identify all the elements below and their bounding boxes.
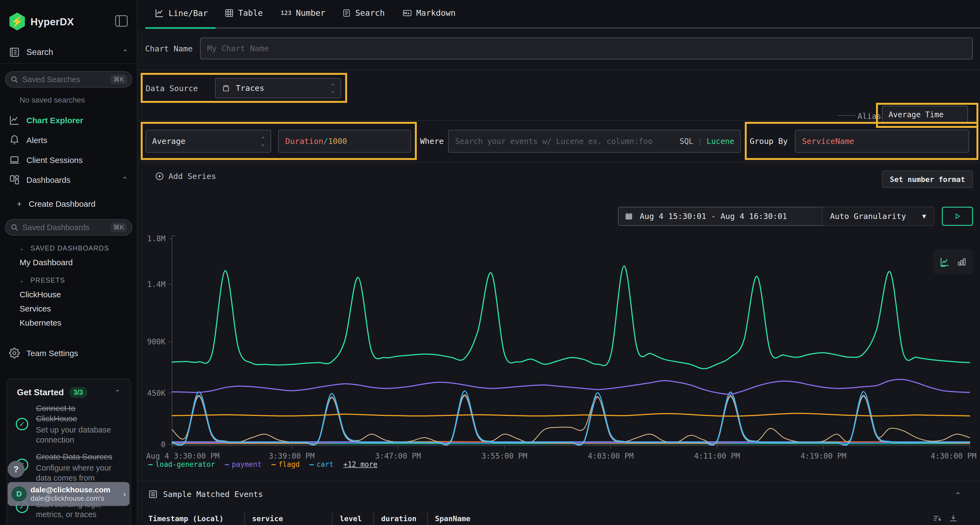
divider: [138, 162, 980, 163]
legend-item[interactable]: —flagd: [271, 460, 300, 468]
svg-text:450K: 450K: [147, 389, 166, 398]
chart-plot-area[interactable]: 1.8M1.4M900K450K0Aug 4 3:30:00 PM3:39:00…: [138, 231, 980, 465]
gs-item1-title: Connect to ClickHouse: [36, 403, 77, 424]
user-menu[interactable]: D dale@clickhouse.com dale@clickhouse.co…: [8, 482, 130, 506]
sidebar-item-my-dashboard[interactable]: My Dashboard: [20, 258, 73, 267]
plus-icon: +: [17, 199, 22, 208]
chart-name-input[interactable]: [200, 38, 973, 59]
col-spanname[interactable]: SpanName: [427, 512, 498, 525]
no-saved-searches-text: No saved searches: [20, 96, 85, 105]
number-123-icon: 123: [281, 10, 291, 16]
chevron-up-icon[interactable]: ⌃: [115, 389, 120, 397]
legend-item[interactable]: —payment: [225, 460, 262, 468]
set-number-format-button[interactable]: Set number format: [882, 171, 973, 188]
markdown-icon: [402, 8, 412, 18]
gs-item2-desc: Configure where your data comes from: [36, 463, 111, 483]
get-started-badge: 3/3: [69, 387, 88, 398]
play-icon: [954, 213, 961, 220]
highlight-aggregation: [141, 122, 417, 160]
chart-name-label: Chart Name: [145, 44, 193, 53]
query-language-toggle[interactable]: SQL | Lucene: [679, 130, 734, 152]
user-team: dale@clickhouse.com's: [30, 494, 123, 503]
divider: [138, 120, 980, 121]
avatar: D: [11, 486, 27, 501]
sidebar: ⚡ HyperDX Search ⌃ Saved Searches ⌘K No …: [0, 0, 137, 525]
tab-track: [145, 27, 980, 29]
legend-item[interactable]: —load-generator: [148, 460, 215, 468]
search-section-icon: [9, 47, 20, 58]
hyperdx-logo-icon: ⚡: [8, 13, 26, 30]
tab-table[interactable]: Table: [224, 8, 263, 18]
sidebar-item-kubernetes[interactable]: Kubernetes: [20, 318, 61, 328]
main-content: Line/Bar Table 123 Number Search Markdow…: [138, 0, 980, 525]
svg-text:3:39:00 PM: 3:39:00 PM: [269, 452, 315, 460]
chevron-up-icon[interactable]: ⌃: [122, 176, 128, 184]
sidebar-item-clickhouse[interactable]: ClickHouse: [20, 290, 61, 299]
group-presets[interactable]: ⌄ PRESETS: [19, 276, 65, 284]
granularity-select[interactable]: Auto Granularity ▼: [822, 207, 934, 226]
sidebar-item-services[interactable]: Services: [20, 304, 51, 313]
saved-searches-input[interactable]: Saved Searches ⌘K: [5, 71, 132, 87]
col-duration[interactable]: duration: [373, 512, 427, 525]
events-table-header: Timestamp (Local) service level duration…: [148, 512, 498, 525]
chevron-up-icon[interactable]: ⌃: [122, 48, 128, 57]
svg-text:1.4M: 1.4M: [147, 280, 165, 289]
lucene-option[interactable]: Lucene: [707, 137, 734, 146]
svg-text:3:55:00 PM: 3:55:00 PM: [482, 452, 528, 460]
collapse-section-icon[interactable]: ⌃: [955, 491, 961, 500]
search-section-label: Search: [26, 48, 53, 57]
highlight-data-source: [141, 73, 347, 103]
get-started-title: Get Started: [17, 387, 64, 397]
search-icon: [10, 223, 19, 232]
tab-line-bar[interactable]: Line/Bar: [154, 8, 208, 18]
calendar-icon: [624, 212, 633, 220]
sql-option[interactable]: SQL: [679, 137, 694, 146]
check-circle-icon: ✓: [16, 418, 28, 430]
alias-connector-line: [837, 115, 855, 116]
tab-markdown[interactable]: Markdown: [402, 8, 456, 18]
col-service[interactable]: service: [244, 512, 332, 525]
create-dashboard-button[interactable]: +Create Dashboard: [17, 199, 95, 209]
dashboard-grid-icon: [9, 174, 20, 185]
list-panel-icon: [148, 490, 158, 499]
shortcut-badge: ⌘K: [111, 222, 127, 232]
tab-number[interactable]: 123 Number: [281, 8, 325, 18]
chevron-down-icon: ⌄: [19, 277, 24, 284]
chevron-down-icon: ▼: [922, 213, 926, 220]
svg-text:4:19:00 PM: 4:19:00 PM: [800, 452, 846, 460]
circle-plus-icon: [155, 172, 164, 181]
gs-item1-desc: Set up your database connection: [36, 425, 111, 445]
svg-text:4:30:00 PM: 4:30:00 PM: [931, 452, 977, 460]
sidebar-section-search[interactable]: Search ⌃: [0, 46, 137, 58]
user-email: dale@clickhouse.com: [30, 485, 123, 494]
hyperdx-app: ⚡ HyperDX Search ⌃ Saved Searches ⌘K No …: [0, 0, 980, 525]
sample-events-header[interactable]: Sample Matched Events: [148, 490, 263, 499]
where-search-wrap: SQL | Lucene: [448, 130, 741, 152]
col-timestamp[interactable]: Timestamp (Local): [148, 512, 244, 525]
group-saved-dashboards[interactable]: ⌄ SAVED DASHBOARDS: [19, 244, 109, 252]
svg-text:4:03:00 PM: 4:03:00 PM: [588, 452, 634, 460]
table-actions: [932, 514, 958, 523]
legend-item[interactable]: —cart: [310, 460, 334, 468]
saved-dashboards-input[interactable]: Saved Dashboards ⌘K: [5, 219, 132, 236]
run-query-button[interactable]: [942, 207, 973, 226]
chevron-right-icon: ›: [123, 489, 126, 499]
col-level[interactable]: level: [332, 512, 373, 525]
gs-item2-title: Create Data Sources: [36, 452, 112, 462]
add-series-button[interactable]: Add Series: [155, 172, 216, 181]
download-icon[interactable]: [949, 514, 958, 523]
sidebar-collapse-icon[interactable]: [115, 15, 128, 27]
legend-more-link[interactable]: +12 more: [343, 460, 377, 468]
sidebar-divider: [0, 63, 137, 63]
search-doc-icon: [342, 9, 351, 17]
chart-legend: —load-generator—payment—flagd—cart+12 mo…: [148, 460, 377, 468]
tab-search[interactable]: Search: [342, 8, 385, 18]
highlight-group-by: [745, 122, 978, 160]
table-icon: [224, 8, 234, 18]
sort-lines-icon[interactable]: [932, 514, 942, 523]
chevron-down-icon: ⌄: [19, 245, 24, 252]
divider: [138, 481, 980, 482]
gear-icon: [9, 347, 20, 358]
help-button[interactable]: ?: [8, 461, 24, 477]
shortcut-badge: ⌘K: [111, 75, 127, 84]
